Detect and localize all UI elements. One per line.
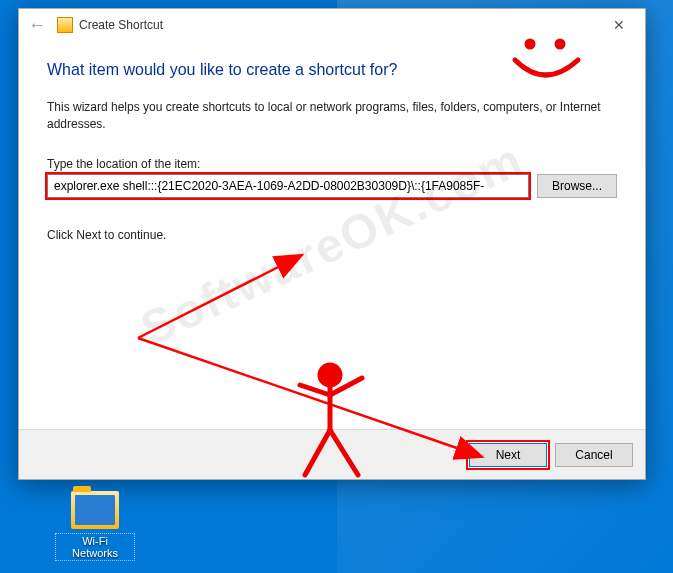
browse-button[interactable]: Browse... [537,174,617,198]
dialog-footer: Next Cancel [19,429,645,479]
close-button[interactable]: ✕ [596,11,641,39]
desktop-shortcut-label: Wi-Fi Networks [55,533,135,561]
desktop-shortcut[interactable]: Wi-Fi Networks [55,491,135,561]
wizard-heading: What item would you like to create a sho… [47,61,617,79]
next-button[interactable]: Next [469,443,547,467]
dialog-title: Create Shortcut [79,18,163,32]
location-label: Type the location of the item: [47,157,617,171]
shortcut-icon [57,17,73,33]
location-input[interactable] [47,174,529,198]
continue-hint: Click Next to continue. [47,228,617,242]
wizard-description: This wizard helps you create shortcuts t… [47,99,617,133]
cancel-button[interactable]: Cancel [555,443,633,467]
titlebar: ← Create Shortcut ✕ [19,9,645,41]
back-button[interactable]: ← [23,11,51,39]
create-shortcut-dialog: ← Create Shortcut ✕ What item would you … [18,8,646,480]
folder-icon [71,491,119,529]
